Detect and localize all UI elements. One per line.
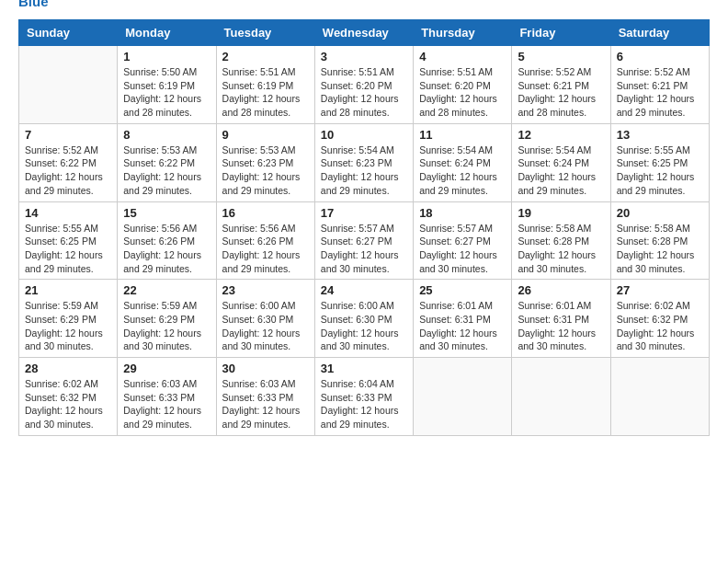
calendar-cell: 4Sunrise: 5:51 AM Sunset: 6:20 PM Daylig… (414, 46, 512, 124)
day-info: Sunrise: 5:54 AM Sunset: 6:23 PM Dayligh… (321, 144, 407, 198)
day-number: 25 (419, 283, 506, 297)
day-info: Sunrise: 6:01 AM Sunset: 6:31 PM Dayligh… (419, 299, 506, 353)
day-info: Sunrise: 5:58 AM Sunset: 6:28 PM Dayligh… (518, 222, 604, 276)
header-saturday: Saturday (610, 20, 709, 46)
day-info: Sunrise: 6:04 AM Sunset: 6:33 PM Dayligh… (321, 377, 407, 431)
day-number: 7 (25, 128, 111, 142)
calendar-table: SundayMondayTuesdayWednesdayThursdayFrid… (18, 19, 710, 436)
calendar-cell: 13Sunrise: 5:55 AM Sunset: 6:25 PM Dayli… (610, 123, 709, 201)
calendar-cell: 24Sunrise: 6:00 AM Sunset: 6:30 PM Dayli… (314, 280, 413, 358)
day-number: 23 (222, 283, 309, 297)
calendar-cell: 12Sunrise: 5:54 AM Sunset: 6:24 PM Dayli… (512, 123, 610, 201)
calendar-cell (512, 358, 610, 436)
day-info: Sunrise: 5:57 AM Sunset: 6:27 PM Dayligh… (419, 222, 506, 276)
day-info: Sunrise: 5:56 AM Sunset: 6:26 PM Dayligh… (123, 222, 210, 276)
calendar-cell: 9Sunrise: 5:53 AM Sunset: 6:23 PM Daylig… (216, 123, 314, 201)
header-sunday: Sunday (19, 20, 118, 46)
calendar-cell: 26Sunrise: 6:01 AM Sunset: 6:31 PM Dayli… (512, 280, 610, 358)
header-tuesday: Tuesday (216, 20, 314, 46)
day-number: 12 (518, 128, 604, 142)
calendar-cell: 17Sunrise: 5:57 AM Sunset: 6:27 PM Dayli… (314, 201, 413, 280)
calendar-cell: 30Sunrise: 6:03 AM Sunset: 6:33 PM Dayli… (216, 358, 314, 436)
day-number: 5 (518, 50, 604, 63)
day-info: Sunrise: 5:53 AM Sunset: 6:23 PM Dayligh… (222, 144, 309, 198)
day-number: 2 (222, 50, 309, 63)
header-friday: Friday (512, 20, 610, 46)
day-info: Sunrise: 5:51 AM Sunset: 6:20 PM Dayligh… (321, 65, 407, 120)
day-number: 10 (321, 128, 407, 142)
day-number: 3 (321, 50, 407, 63)
day-number: 16 (222, 206, 309, 220)
day-info: Sunrise: 6:02 AM Sunset: 6:32 PM Dayligh… (617, 299, 703, 353)
calendar-cell: 29Sunrise: 6:03 AM Sunset: 6:33 PM Dayli… (118, 358, 216, 436)
day-number: 29 (123, 362, 210, 375)
day-info: Sunrise: 5:51 AM Sunset: 6:19 PM Dayligh… (222, 65, 309, 120)
calendar-cell: 20Sunrise: 5:58 AM Sunset: 6:28 PM Dayli… (610, 201, 709, 280)
day-number: 1 (123, 50, 210, 63)
day-number: 28 (25, 362, 111, 375)
calendar-cell (19, 46, 118, 124)
day-number: 19 (518, 206, 604, 220)
calendar-cell: 15Sunrise: 5:56 AM Sunset: 6:26 PM Dayli… (118, 201, 216, 280)
day-number: 20 (617, 206, 703, 220)
day-number: 14 (25, 206, 111, 220)
day-info: Sunrise: 5:58 AM Sunset: 6:28 PM Dayligh… (617, 222, 703, 276)
day-number: 21 (25, 283, 111, 297)
day-number: 11 (419, 128, 506, 142)
day-number: 30 (222, 362, 309, 375)
calendar-header: SundayMondayTuesdayWednesdayThursdayFrid… (19, 20, 710, 46)
day-info: Sunrise: 5:52 AM Sunset: 6:21 PM Dayligh… (518, 65, 604, 120)
calendar-cell: 16Sunrise: 5:56 AM Sunset: 6:26 PM Dayli… (216, 201, 314, 280)
day-number: 17 (321, 206, 407, 220)
header-thursday: Thursday (414, 20, 512, 46)
day-number: 6 (617, 50, 703, 63)
day-info: Sunrise: 5:55 AM Sunset: 6:25 PM Dayligh… (617, 144, 703, 198)
day-info: Sunrise: 5:59 AM Sunset: 6:29 PM Dayligh… (25, 299, 111, 353)
day-info: Sunrise: 5:52 AM Sunset: 6:22 PM Dayligh… (25, 144, 111, 198)
week-row-3: 14Sunrise: 5:55 AM Sunset: 6:25 PM Dayli… (19, 201, 710, 280)
calendar-cell: 3Sunrise: 5:51 AM Sunset: 6:20 PM Daylig… (314, 46, 413, 124)
calendar-cell: 19Sunrise: 5:58 AM Sunset: 6:28 PM Dayli… (512, 201, 610, 280)
day-number: 8 (123, 128, 210, 142)
day-info: Sunrise: 6:03 AM Sunset: 6:33 PM Dayligh… (123, 377, 210, 431)
calendar-cell: 28Sunrise: 6:02 AM Sunset: 6:32 PM Dayli… (19, 358, 118, 436)
calendar-cell: 25Sunrise: 6:01 AM Sunset: 6:31 PM Dayli… (414, 280, 512, 358)
calendar-cell: 14Sunrise: 5:55 AM Sunset: 6:25 PM Dayli… (19, 201, 118, 280)
calendar-cell: 21Sunrise: 5:59 AM Sunset: 6:29 PM Dayli… (19, 280, 118, 358)
day-number: 24 (321, 283, 407, 297)
day-info: Sunrise: 5:56 AM Sunset: 6:26 PM Dayligh… (222, 222, 309, 276)
week-row-5: 28Sunrise: 6:02 AM Sunset: 6:32 PM Dayli… (19, 358, 710, 436)
calendar-cell: 22Sunrise: 5:59 AM Sunset: 6:29 PM Dayli… (118, 280, 216, 358)
day-number: 31 (321, 362, 407, 375)
week-row-1: 1Sunrise: 5:50 AM Sunset: 6:19 PM Daylig… (19, 46, 710, 124)
day-info: Sunrise: 5:55 AM Sunset: 6:25 PM Dayligh… (25, 222, 111, 276)
calendar-cell: 27Sunrise: 6:02 AM Sunset: 6:32 PM Dayli… (610, 280, 709, 358)
day-info: Sunrise: 5:53 AM Sunset: 6:22 PM Dayligh… (123, 144, 210, 198)
calendar-cell (414, 358, 512, 436)
day-info: Sunrise: 5:52 AM Sunset: 6:21 PM Dayligh… (617, 65, 703, 120)
day-number: 4 (419, 50, 506, 63)
day-number: 13 (617, 128, 703, 142)
day-number: 15 (123, 206, 210, 220)
day-info: Sunrise: 6:02 AM Sunset: 6:32 PM Dayligh… (25, 377, 111, 431)
day-info: Sunrise: 6:01 AM Sunset: 6:31 PM Dayligh… (518, 299, 604, 353)
day-info: Sunrise: 5:54 AM Sunset: 6:24 PM Dayligh… (518, 144, 604, 198)
day-info: Sunrise: 5:54 AM Sunset: 6:24 PM Dayligh… (419, 144, 506, 198)
day-number: 27 (617, 283, 703, 297)
week-row-4: 21Sunrise: 5:59 AM Sunset: 6:29 PM Dayli… (19, 280, 710, 358)
calendar-cell: 11Sunrise: 5:54 AM Sunset: 6:24 PM Dayli… (414, 123, 512, 201)
day-info: Sunrise: 5:59 AM Sunset: 6:29 PM Dayligh… (123, 299, 210, 353)
week-row-2: 7Sunrise: 5:52 AM Sunset: 6:22 PM Daylig… (19, 123, 710, 201)
day-number: 9 (222, 128, 309, 142)
header-wednesday: Wednesday (314, 20, 413, 46)
calendar-body: 1Sunrise: 5:50 AM Sunset: 6:19 PM Daylig… (19, 46, 710, 436)
day-number: 18 (419, 206, 506, 220)
calendar-cell: 10Sunrise: 5:54 AM Sunset: 6:23 PM Dayli… (314, 123, 413, 201)
calendar-cell: 7Sunrise: 5:52 AM Sunset: 6:22 PM Daylig… (19, 123, 118, 201)
header-monday: Monday (118, 20, 216, 46)
calendar-cell: 8Sunrise: 5:53 AM Sunset: 6:22 PM Daylig… (118, 123, 216, 201)
calendar-cell (610, 358, 709, 436)
day-info: Sunrise: 6:03 AM Sunset: 6:33 PM Dayligh… (222, 377, 309, 431)
calendar-cell: 18Sunrise: 5:57 AM Sunset: 6:27 PM Dayli… (414, 201, 512, 280)
day-number: 26 (518, 283, 604, 297)
